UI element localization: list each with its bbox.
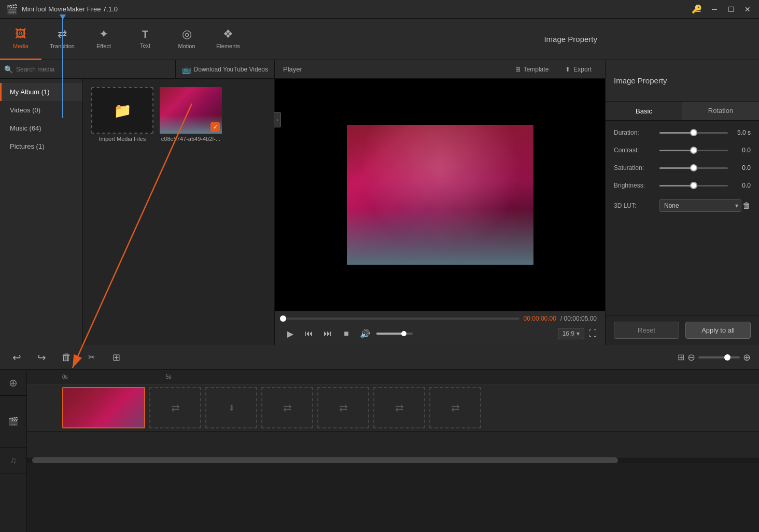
brightness-value: 0.0 <box>732 182 751 189</box>
youtube-icon: 📺 <box>182 65 191 74</box>
saturation-slider[interactable] <box>659 167 728 169</box>
toolbar-text[interactable]: T Text <box>124 19 166 60</box>
brightness-slider[interactable] <box>659 185 728 186</box>
template-button[interactable]: ⊞ Template <box>510 64 554 75</box>
import-icon: 📁 <box>114 102 132 119</box>
zoom-controls: ⊞ ⊖ ⊕ <box>678 352 751 363</box>
app-logo-icon: 🎬 <box>6 4 18 15</box>
transition-slot-1[interactable]: ⇄ <box>149 387 201 428</box>
play-button[interactable]: ▶ <box>283 326 298 341</box>
export-icon: ⬆ <box>565 66 570 73</box>
toolbar-effect[interactable]: ✦ Effect <box>83 19 124 60</box>
transition-slot-5[interactable]: ⇄ <box>429 387 481 428</box>
saturation-value: 0.0 <box>732 164 751 171</box>
video-track-label: 🎬 <box>0 396 26 448</box>
transition-slot-2[interactable]: ⇄ <box>261 387 313 428</box>
player-title: Player <box>283 65 302 73</box>
next-frame-button[interactable]: ⏭ <box>320 326 335 341</box>
video-display <box>347 125 533 265</box>
saturation-label: Saturation: <box>614 164 655 171</box>
search-icon: 🔍 <box>4 65 13 74</box>
video-track: ⇄ ⬇ ⇄ ⇄ ⇄ ⇄ <box>27 384 759 431</box>
undo-button[interactable]: ↩ <box>8 349 25 366</box>
audio-track-label: ♫ <box>0 448 26 473</box>
time-current: 00:00:00.00 <box>524 315 556 322</box>
cut-button[interactable]: ✂ <box>83 349 100 366</box>
search-input[interactable] <box>16 66 171 73</box>
sidebar-item-videos[interactable]: Videos (0) <box>0 101 82 119</box>
hamburger-button[interactable]: ☰ <box>691 2 705 17</box>
export-button[interactable]: ⬆ Export <box>560 64 597 75</box>
app-title: MiniTool MovieMaker Free 7.1.0 <box>22 5 118 13</box>
sidebar-item-pictures[interactable]: Pictures (1) <box>0 137 82 155</box>
time-total: / 00:00:05.00 <box>560 315 597 322</box>
timeline-scrollbar[interactable] <box>27 457 759 463</box>
tab-basic[interactable]: Basic <box>606 102 682 120</box>
image-property-header-label: Image Property <box>544 35 751 44</box>
transition-slot-download[interactable]: ⬇ <box>205 387 257 428</box>
zoom-out-button[interactable]: ⊖ <box>687 352 695 363</box>
maximize-button[interactable]: ☐ <box>724 2 738 17</box>
contrast-label: Contrast: <box>614 147 655 154</box>
tab-rotation[interactable]: Rotation <box>682 102 759 120</box>
volume-slider[interactable] <box>376 333 413 335</box>
chevron-down-icon: ▾ <box>577 330 580 337</box>
progress-bar[interactable] <box>283 318 519 320</box>
image-property-title: Image Property <box>614 76 667 85</box>
close-button[interactable]: ✕ <box>740 2 755 17</box>
sidebar-item-my-album[interactable]: My Album (1) <box>0 83 82 101</box>
prev-frame-button[interactable]: ⏮ <box>302 326 316 341</box>
template-icon: ⊞ <box>515 66 521 73</box>
elements-icon: ❖ <box>223 27 233 41</box>
aspect-ratio-selector[interactable]: 16:9 ▾ <box>558 328 584 339</box>
panel-collapse-button[interactable]: › <box>274 112 281 127</box>
apply-to-all-button[interactable]: Apply to all <box>685 322 751 339</box>
effect-icon: ✦ <box>99 27 108 41</box>
media-icon: 🖼 <box>15 27 26 41</box>
fullscreen-button[interactable]: ⛶ <box>588 329 597 338</box>
stop-button[interactable]: ■ <box>339 326 354 341</box>
crop-button[interactable]: ⊞ <box>108 349 124 366</box>
toolbar-motion[interactable]: ◎ Motion <box>166 19 207 60</box>
media-image-item[interactable]: ✓ c08e5747-a549-4b2f-... <box>160 87 222 142</box>
lut-label: 3D LUT: <box>614 202 655 209</box>
fit-icon: ⊞ <box>678 352 684 362</box>
sidebar-item-music[interactable]: Music (64) <box>0 119 82 137</box>
redo-button[interactable]: ↪ <box>33 349 50 366</box>
duration-slider[interactable] <box>659 132 728 134</box>
lut-select[interactable]: None <box>659 199 741 212</box>
text-icon: T <box>142 28 148 40</box>
lut-delete-button[interactable]: 🗑 <box>742 201 751 210</box>
volume-button[interactable]: 🔊 <box>358 326 372 341</box>
delete-button[interactable]: 🗑 <box>58 349 75 366</box>
toolbar-elements[interactable]: ❖ Elements <box>207 19 249 60</box>
media-image-label: c08e5747-a549-4b2f-... <box>160 136 222 142</box>
reset-button[interactable]: Reset <box>614 322 679 339</box>
download-youtube-button[interactable]: 📺 Download YouTube Videos <box>176 60 274 78</box>
duration-label: Duration: <box>614 129 655 136</box>
zoom-slider[interactable] <box>698 356 740 358</box>
transition-slot-3[interactable]: ⇄ <box>317 387 369 428</box>
import-media-label: Import Media Files <box>91 136 153 142</box>
transition-slot-4[interactable]: ⇄ <box>373 387 425 428</box>
brightness-label: Brightness: <box>614 182 655 189</box>
duration-value: 5.0 s <box>732 129 751 136</box>
contrast-slider[interactable] <box>659 150 728 151</box>
minimize-button[interactable]: ─ <box>707 2 722 17</box>
contrast-value: 0.0 <box>732 147 751 154</box>
add-track-button[interactable]: ⊕ <box>0 370 26 396</box>
toolbar-media[interactable]: 🖼 Media <box>0 19 41 60</box>
motion-icon: ◎ <box>182 27 192 41</box>
video-clip[interactable] <box>62 387 145 428</box>
timeline-ruler: 0s 5s <box>27 370 759 384</box>
zoom-in-button[interactable]: ⊕ <box>743 352 751 363</box>
import-media-item[interactable]: 📁 Import Media Files <box>91 87 153 142</box>
audio-track <box>27 431 759 457</box>
media-check-badge: ✓ <box>210 122 220 132</box>
